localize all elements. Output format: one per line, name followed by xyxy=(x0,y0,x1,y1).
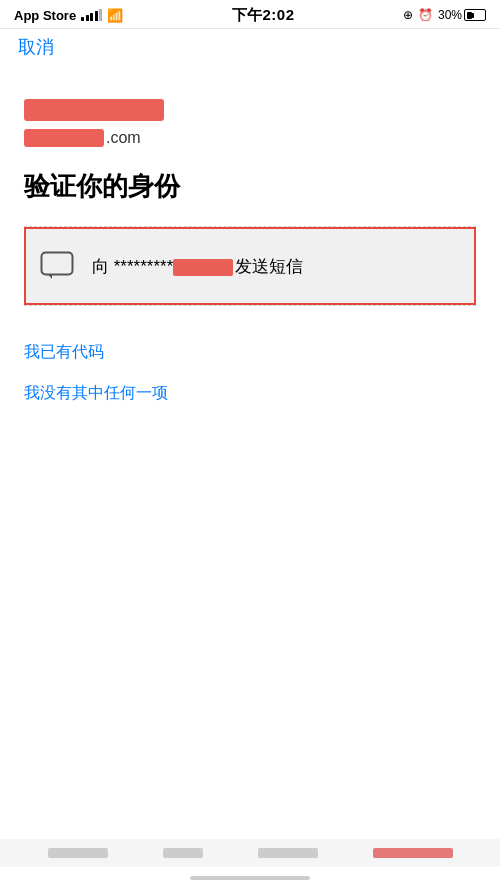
signal-icon xyxy=(81,9,102,21)
wifi-icon: 📶 xyxy=(107,8,123,23)
svg-marker-1 xyxy=(48,275,52,280)
app-name-label: App Store xyxy=(14,8,76,23)
cancel-button[interactable]: 取消 xyxy=(18,35,54,59)
phone-blur-block xyxy=(173,259,233,276)
bottom-area xyxy=(0,839,500,889)
watermark-item-4 xyxy=(373,848,453,858)
chat-icon xyxy=(38,247,76,285)
main-content: .com 验证你的身份 向 *********发送短信 我已有代码 我没有其中任… xyxy=(0,69,500,440)
link-section: 我已有代码 我没有其中任何一项 xyxy=(24,326,476,420)
nav-bar: 取消 xyxy=(0,29,500,69)
status-time: 下午2:02 xyxy=(232,6,295,25)
watermark-item-3 xyxy=(258,848,318,858)
alarm-icon: ⏰ xyxy=(418,8,433,22)
status-right: ⊕ ⏰ 30% xyxy=(403,8,486,22)
verify-heading: 验证你的身份 xyxy=(24,169,476,204)
battery-indicator: 30% xyxy=(438,8,486,22)
email-blur-block xyxy=(24,129,104,147)
email-suffix: .com xyxy=(106,129,141,147)
location-icon: ⊕ xyxy=(403,8,413,22)
home-bar xyxy=(190,876,310,880)
home-indicator xyxy=(0,867,500,889)
blurred-name-block xyxy=(24,99,164,121)
sms-prefix: 向 ********* xyxy=(92,257,173,276)
status-bar: App Store 📶 下午2:02 ⊕ ⏰ 30% xyxy=(0,0,500,28)
no-option-link[interactable]: 我没有其中任何一项 xyxy=(24,373,168,414)
sms-option-item[interactable]: 向 *********发送短信 xyxy=(24,227,476,305)
svg-rect-0 xyxy=(42,253,73,275)
sms-suffix: 发送短信 xyxy=(235,257,303,276)
have-code-link[interactable]: 我已有代码 xyxy=(24,332,104,373)
watermark-item-2 xyxy=(163,848,203,858)
status-left: App Store 📶 xyxy=(14,8,123,23)
watermark-bar xyxy=(0,839,500,867)
email-row: .com xyxy=(24,129,476,147)
battery-icon xyxy=(464,9,486,21)
options-section: 向 *********发送短信 xyxy=(24,226,476,306)
sms-option-text: 向 *********发送短信 xyxy=(92,255,303,278)
battery-percent-label: 30% xyxy=(438,8,462,22)
watermark-item-1 xyxy=(48,848,108,858)
